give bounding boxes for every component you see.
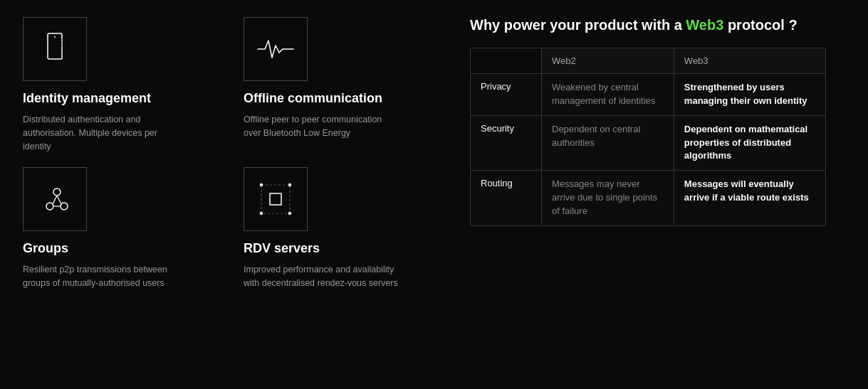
web3-privacy: Strengthened by users managing their own… [674,74,825,116]
svg-point-5 [46,203,53,210]
rdv-title: RDV servers [244,241,436,256]
web2-privacy: Weakened by central management of identi… [542,74,674,116]
offline-desc: Offline peer to peer communication over … [244,113,400,140]
offline-title: Offline communication [244,91,436,106]
feature-identity: Identity management Distributed authenti… [23,17,215,153]
web2-routing: Messages may never arrive due to single … [542,171,674,226]
svg-rect-11 [261,185,290,213]
identity-desc: Distributed authentication and authorisa… [23,113,179,153]
rdv-desc: Improved performance and availability wi… [244,263,400,290]
identity-icon-box [23,17,87,81]
comparison-panel: Why power your product with a Web3 proto… [436,17,845,226]
web3-security: Dependent on mathematical properties of … [674,115,825,171]
feature-privacy: Privacy [471,74,542,116]
table-row: Routing Messages may never arrive due to… [471,171,826,226]
web3-routing: Messages will eventually arrive if a via… [674,171,825,226]
feature-security: Security [471,115,542,171]
rdv-icon-box [244,167,308,231]
comparison-table: Web2 Web3 Privacy Weakened by central ma… [470,48,826,226]
col-feature-header [471,48,542,74]
heading-prefix: Why power your product with a [470,17,686,33]
comparison-heading: Why power your product with a Web3 proto… [470,17,845,33]
svg-line-8 [53,196,57,204]
svg-rect-12 [270,193,281,205]
feature-rdv: RDV servers Improved performance and ava… [244,167,436,290]
col-web2-header: Web2 [542,48,674,74]
table-row: Privacy Weakened by central management o… [471,74,826,116]
svg-point-6 [61,203,68,210]
features-panel: Identity management Distributed authenti… [23,17,436,290]
identity-title: Identity management [23,91,215,106]
feature-offline: Offline communication Offline peer to pe… [244,17,436,153]
svg-point-13 [261,184,263,186]
groups-icon-box [23,167,87,231]
offline-icon-box [244,17,308,81]
svg-point-15 [261,213,263,215]
svg-point-14 [289,184,291,186]
web2-security: Dependent on central authorities [542,115,674,171]
groups-desc: Resilient p2p transmissions between grou… [23,263,179,290]
col-web3-header: Web3 [674,48,825,74]
heading-suffix: protocol ? [723,17,797,33]
feature-groups: Groups Resilient p2p transmissions betwe… [23,167,215,290]
svg-point-7 [53,188,61,196]
heading-highlight: Web3 [686,17,723,33]
svg-line-9 [57,196,61,204]
svg-point-16 [289,213,291,215]
table-row: Security Dependent on central authoritie… [471,115,826,171]
groups-title: Groups [23,241,215,256]
feature-routing: Routing [471,171,542,226]
